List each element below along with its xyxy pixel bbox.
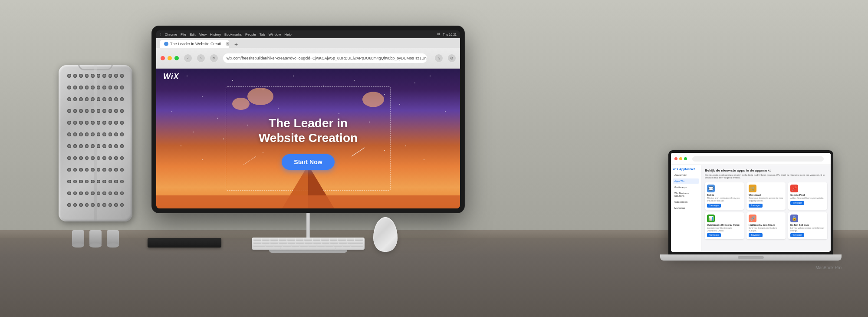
help-menu[interactable]: Help <box>284 33 291 36</box>
app-icon: 🛒 <box>749 185 756 192</box>
mac-pro-hole <box>120 156 124 160</box>
mac-pro-foot <box>89 230 102 248</box>
app-card: 📌 Google Pixel Adds a Pinterest Pixel to… <box>788 182 827 210</box>
wix-start-now-button[interactable]: Start Now <box>282 154 334 170</box>
window-minimize-button[interactable] <box>168 56 172 60</box>
mac-pro-hole <box>108 86 112 89</box>
mac-pro-hole <box>97 168 101 172</box>
history-menu[interactable]: History <box>210 33 221 36</box>
edit-menu[interactable]: Edit <box>190 33 196 36</box>
mac-pro-hole <box>73 109 77 113</box>
bookmark-button[interactable]: ☆ <box>435 54 443 62</box>
appstore-url-bar[interactable] <box>692 156 824 162</box>
mac-pro-hole <box>97 109 101 113</box>
mac-pro-hole <box>67 203 71 207</box>
mac-pro-hole <box>85 97 89 101</box>
keyboard-key <box>334 244 342 247</box>
refresh-button[interactable]: ↻ <box>210 54 218 62</box>
app-add-button[interactable]: Toevoegen <box>790 201 804 205</box>
app-add-button[interactable]: Toevoegen <box>707 204 721 208</box>
apple-menu-icon[interactable]:  <box>160 32 161 37</box>
sidebar-item-gratis[interactable]: Gratis apps <box>673 185 699 190</box>
window-close-button[interactable] <box>161 56 165 60</box>
app-add-button[interactable]: Toevoegen <box>749 233 763 237</box>
tab-menu[interactable]: Tab <box>260 33 265 36</box>
mac-pro-hole <box>120 121 124 125</box>
svg-line-4 <box>243 156 256 165</box>
mac-pro-hole <box>114 74 118 78</box>
mac-pro-hole <box>85 74 89 78</box>
mac-pro-hole <box>97 74 101 78</box>
macbook-pro: WiX AppMarket Aanbevolen Apps Wix Gratis… <box>668 150 833 261</box>
mac-pro-hole <box>67 144 71 148</box>
chrome-menu[interactable]: Chrome <box>165 33 177 36</box>
svg-line-3 <box>352 148 365 156</box>
keyboard-key <box>253 241 261 244</box>
mac-pro-hole <box>97 180 101 184</box>
menubar-wifi-icon: ⌘ <box>437 33 440 36</box>
app-add-button[interactable]: Toevoegen <box>749 204 763 208</box>
extensions-button[interactable]: ⚙ <box>448 54 456 62</box>
app-name: Google Pixel <box>790 194 825 196</box>
mac-pro-hole <box>108 203 112 207</box>
forward-button[interactable]: › <box>197 54 205 62</box>
keyboard-key <box>253 244 265 247</box>
mac-pro-hole <box>91 156 95 160</box>
wix-logo: WiX <box>163 72 179 81</box>
mac-pro-hole <box>67 180 71 184</box>
mac-pro-feet <box>69 224 122 248</box>
back-button[interactable]: ‹ <box>184 54 192 62</box>
sidebar-item-categorieen[interactable]: Categorieen <box>673 199 699 205</box>
mac-pro-hole <box>97 132 101 136</box>
keyboard-key <box>339 241 347 244</box>
mac-pro-hole <box>114 97 118 101</box>
tab-close-button[interactable]: ✕ <box>226 42 229 46</box>
mac-pro-hole <box>102 156 106 160</box>
sidebar-item-business[interactable]: Wix Business Solutions <box>673 191 699 198</box>
window-menu[interactable]: Window <box>269 33 281 36</box>
new-tab-button[interactable]: + <box>231 41 241 48</box>
sidebar-item-apps-wix[interactable]: Apps Wix <box>673 178 699 184</box>
close-dot[interactable] <box>674 157 677 160</box>
keyboard-key <box>279 241 287 244</box>
app-add-button[interactable]: Toevoegen <box>790 233 804 237</box>
mac-pro-hole <box>91 109 95 113</box>
appstore-main-content: Bekijk de nieuwste apps in de appmarkt D… <box>701 165 831 252</box>
keyboard-key <box>296 238 304 241</box>
maximize-dot[interactable] <box>684 157 687 160</box>
keyboard-key <box>321 238 329 241</box>
app-name: Do Not Sell Data <box>790 224 825 226</box>
url-bar[interactable]: wix.com/freesitebuilder/hiker-create?dvc… <box>223 53 427 63</box>
app-add-button[interactable]: Toevoegen <box>707 233 721 237</box>
view-menu[interactable]: View <box>199 33 207 36</box>
mac-pro-hole <box>97 121 101 125</box>
file-menu[interactable]: File <box>181 33 186 36</box>
keyboard-key <box>262 241 270 244</box>
keyboard-key <box>309 244 316 247</box>
window-maximize-button[interactable] <box>174 56 179 60</box>
keyboard-key <box>348 241 363 244</box>
keyboard-key <box>330 241 338 244</box>
minimize-dot[interactable] <box>679 157 682 160</box>
mac-pro-hole <box>79 203 83 207</box>
keyboard-key <box>351 244 363 247</box>
mac-pro-hole <box>67 132 71 136</box>
app-description: Adds a Pinterest Pixel to your website. <box>790 197 825 200</box>
mac-pro-hole <box>79 168 83 172</box>
sidebar-item-marketing[interactable]: Marketing <box>673 205 699 211</box>
mac-pro-hole <box>85 156 89 160</box>
macbook-screen: WiX AppMarket Aanbevolen Apps Wix Gratis… <box>668 150 833 254</box>
mac-pro-hole <box>91 86 95 89</box>
app-card: 💬 Bablic This is a short explanation of … <box>705 182 744 210</box>
mac-pro-hole <box>108 156 112 160</box>
people-menu[interactable]: People <box>245 33 256 36</box>
mac-pro-hole <box>102 109 106 113</box>
browser-tab-active[interactable]: The Leader in Website Creati... ✕ <box>160 40 229 48</box>
bookmarks-menu[interactable]: Bookmarks <box>224 33 242 36</box>
sidebar-item-aanbevolen[interactable]: Aanbevolen <box>673 172 699 178</box>
display-screen-outer:  Chrome File Edit View History Bookmark… <box>152 26 464 213</box>
mac-pro-foot <box>72 230 84 248</box>
mac-pro-hole <box>102 121 106 125</box>
mac-pro-hole <box>73 192 77 195</box>
mac-pro-hole <box>108 144 112 148</box>
